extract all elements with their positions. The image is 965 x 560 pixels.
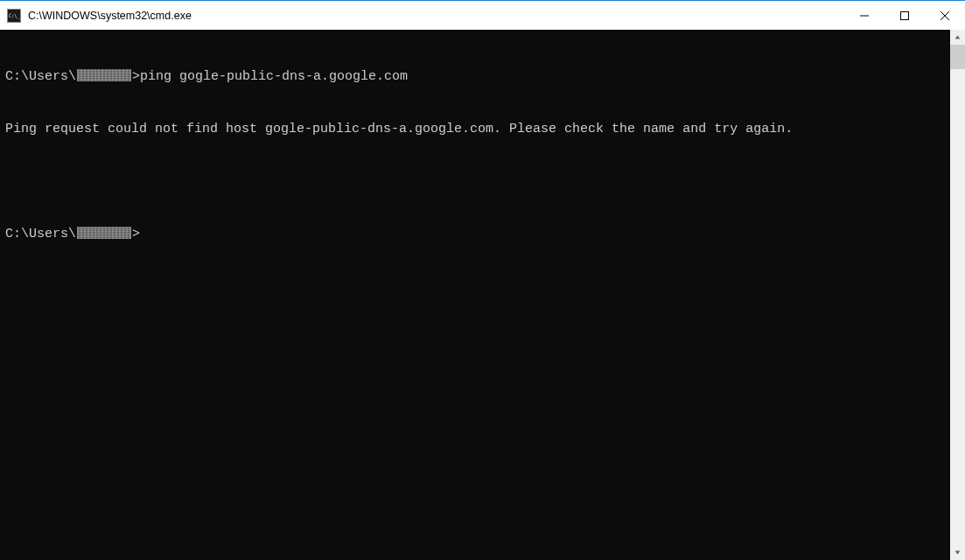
- window-controls: [844, 1, 965, 30]
- terminal-line: C:\Users\>ping gogle-public-dns-a.google…: [5, 68, 945, 86]
- prompt-command: >ping gogle-public-dns-a.google.com: [132, 69, 408, 84]
- scroll-up-button[interactable]: [950, 30, 965, 45]
- prompt-cwd: C:\Users\: [5, 227, 76, 242]
- terminal-line: Ping request could not find host gogle-p…: [5, 121, 945, 138]
- terminal-output[interactable]: C:\Users\>ping gogle-public-dns-a.google…: [0, 30, 950, 560]
- cmd-icon: [7, 9, 21, 23]
- close-icon: [941, 11, 949, 20]
- terminal-line: C:\Users\>: [5, 226, 945, 243]
- terminal-line: [5, 173, 945, 191]
- prompt-caret: >: [132, 227, 140, 242]
- svg-marker-4: [955, 35, 961, 38]
- window-title: C:\WINDOWS\system32\cmd.exe: [28, 10, 844, 22]
- maximize-button[interactable]: [885, 1, 925, 30]
- prompt-cwd: C:\Users\: [5, 69, 76, 84]
- svg-rect-1: [901, 11, 909, 19]
- client-area: C:\Users\>ping gogle-public-dns-a.google…: [0, 30, 965, 560]
- svg-marker-5: [955, 550, 961, 554]
- redacted-username: [77, 69, 131, 81]
- cmd-window: C:\WINDOWS\system32\cmd.exe C:\Users\>pi…: [0, 0, 965, 560]
- chevron-down-icon: [955, 550, 961, 556]
- redacted-username: [77, 227, 131, 239]
- scroll-thumb[interactable]: [950, 45, 965, 69]
- minimize-icon: [860, 11, 869, 20]
- titlebar[interactable]: C:\WINDOWS\system32\cmd.exe: [0, 1, 965, 30]
- close-button[interactable]: [925, 1, 965, 30]
- chevron-up-icon: [955, 34, 961, 40]
- scroll-down-button[interactable]: [950, 545, 965, 560]
- maximize-icon: [900, 11, 909, 20]
- minimize-button[interactable]: [844, 1, 885, 30]
- scroll-track[interactable]: [950, 45, 965, 545]
- vertical-scrollbar[interactable]: [950, 30, 965, 560]
